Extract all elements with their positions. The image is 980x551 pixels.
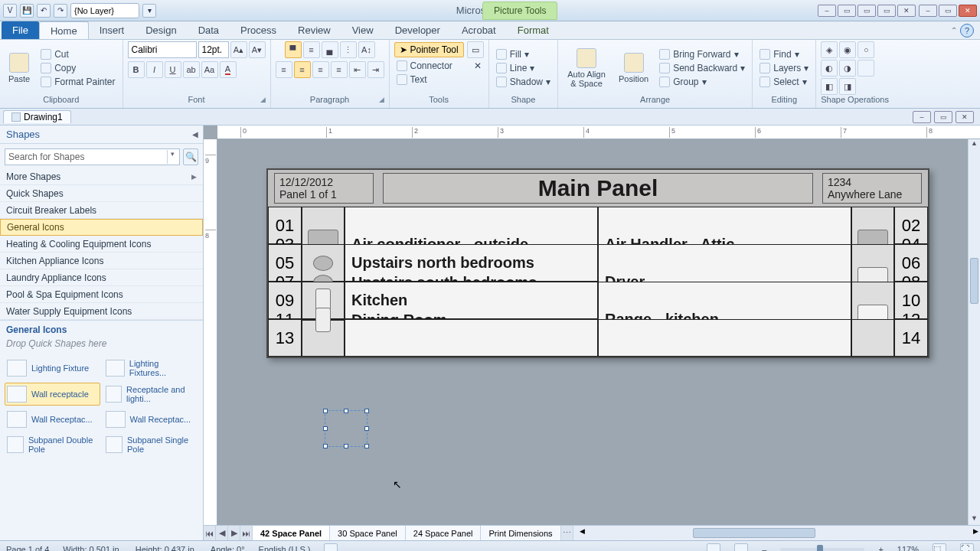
mdi-close-button[interactable]: ✕ (897, 5, 916, 17)
tab-process[interactable]: Process (230, 21, 287, 39)
stencil-laundry[interactable]: Laundry Appliance Icons (0, 269, 203, 286)
page-tab-42[interactable]: 42 Space Panel (253, 526, 330, 540)
op-3-button[interactable]: ○ (858, 41, 874, 58)
page-width-button[interactable] (734, 543, 748, 552)
bold-button[interactable]: B (128, 61, 145, 78)
tab-insert[interactable]: Insert (89, 21, 136, 39)
panel-title[interactable]: Main Panel (383, 173, 813, 204)
tab-acrobat[interactable]: Acrobat (451, 21, 507, 39)
text-direction-button[interactable]: A↕ (358, 41, 375, 58)
slot-13-label[interactable] (345, 319, 598, 357)
font-size-combo[interactable]: 12pt. (198, 41, 229, 58)
text-tool-button[interactable]: Text (394, 73, 484, 86)
layer-selector[interactable]: {No Layer} (70, 3, 139, 18)
shadow-button[interactable]: Shadow ▾ (494, 76, 553, 88)
mdi-restore3-button[interactable]: ▭ (877, 5, 896, 17)
stencil-hvac[interactable]: Heating & Cooling Equipment Icons (0, 236, 203, 253)
zoom-out-button[interactable]: – (762, 545, 766, 552)
page-tab-30[interactable]: 30 Space Panel (330, 526, 406, 540)
doc-min-button[interactable]: – (913, 111, 931, 123)
fit-page-button[interactable]: ⬚ (933, 543, 946, 552)
collapse-pane-icon[interactable]: ◀ (192, 130, 198, 139)
shape-wall-receptacle-2[interactable]: Wall Receptac... (5, 409, 100, 430)
align-right-button[interactable]: ≡ (312, 61, 329, 78)
panel-date-box[interactable]: 12/12/2012Panel 1 of 1 (274, 173, 374, 204)
underline-button[interactable]: U (165, 61, 181, 78)
mdi-restore-button[interactable]: ▭ (838, 5, 856, 17)
scroll-down-icon[interactable]: ▼ (969, 514, 980, 525)
font-name-combo[interactable]: Calibri (128, 41, 197, 58)
slot-14-icon[interactable] (851, 319, 894, 357)
shape-wall-receptacle-3[interactable]: Wall Receptac... (103, 409, 199, 430)
page-insert-button[interactable]: ⋯ (561, 526, 573, 540)
select-button[interactable]: Select ▾ (757, 76, 811, 88)
stencil-more-shapes[interactable]: More Shapes▶ (0, 168, 203, 185)
line-button[interactable]: Line ▾ (494, 62, 553, 74)
layers-button[interactable]: Layers ▾ (757, 62, 811, 74)
cut-button[interactable]: Cut (38, 48, 117, 60)
search-dropdown-icon[interactable]: ▾ (167, 150, 178, 164)
op-6-button[interactable] (858, 60, 874, 77)
position-button[interactable]: Position (615, 51, 652, 86)
scroll-up-icon[interactable]: ▲ (969, 139, 980, 150)
stencil-quick-shapes[interactable]: Quick Shapes (0, 185, 203, 202)
tab-review[interactable]: Review (287, 21, 341, 39)
mdi-restore2-button[interactable]: ▭ (858, 5, 876, 17)
op-5-button[interactable]: ◑ (839, 60, 856, 77)
paste-button[interactable]: Paste (5, 51, 34, 86)
tab-developer[interactable]: Developer (384, 21, 451, 39)
page-first-button[interactable]: ⏮ (204, 526, 216, 540)
page-tab-24[interactable]: 24 Space Panel (406, 526, 482, 540)
page-tab-print[interactable]: Print Dimensions (481, 526, 560, 540)
op-1-button[interactable]: ◈ (821, 41, 838, 58)
tab-data[interactable]: Data (188, 21, 230, 39)
copy-button[interactable]: Copy (38, 62, 117, 74)
horizontal-scrollbar[interactable]: ◀ ▶ (578, 526, 980, 540)
page-next-button[interactable]: ▶ (228, 526, 240, 540)
minimize-ribbon-icon[interactable]: ⌃ (951, 26, 957, 34)
page-last-button[interactable]: ⏭ (240, 526, 253, 540)
shape-subpanel-double[interactable]: Subpanel Double Pole (5, 433, 100, 456)
full-screen-button[interactable]: ⛶ (960, 543, 974, 552)
connector-tool-button[interactable]: Connector✕ (394, 60, 484, 72)
align-center-button[interactable]: ≡ (294, 61, 311, 78)
tab-view[interactable]: View (341, 21, 384, 39)
tab-file[interactable]: File (2, 21, 39, 39)
stencil-kitchen[interactable]: Kitchen Appliance Icons (0, 253, 203, 269)
case-button[interactable]: Aa (201, 61, 218, 78)
fill-button[interactable]: Fill ▾ (494, 48, 553, 60)
align-left-button[interactable]: ≡ (276, 61, 292, 78)
save-icon[interactable]: 💾 (20, 4, 34, 18)
increase-indent-button[interactable]: ⇥ (368, 61, 384, 78)
find-button[interactable]: Find ▾ (757, 48, 811, 60)
mdi-min-button[interactable]: – (818, 5, 836, 17)
slot-13[interactable]: 13 (268, 319, 302, 357)
visio-icon[interactable]: V (3, 4, 17, 18)
redo-icon[interactable]: ↷ (54, 4, 67, 18)
op-4-button[interactable]: ◐ (821, 60, 838, 77)
send-backward-button[interactable]: Send Backward ▾ (657, 62, 747, 74)
shape-wall-receptacle[interactable]: Wall receptacle (5, 383, 100, 406)
drawing-surface[interactable]: 12/12/2012Panel 1 of 1 Main Panel 1234An… (217, 139, 968, 525)
stencil-circuit-breaker[interactable]: Circuit Breaker Labels (0, 202, 203, 219)
status-language[interactable]: English (U.S.) (259, 545, 311, 552)
tab-home[interactable]: Home (39, 21, 89, 39)
qat-dropdown-icon[interactable]: ▾ (142, 4, 156, 18)
h-scroll-thumb[interactable] (693, 528, 815, 538)
align-top-button[interactable]: ▀ (285, 41, 302, 58)
pointer-tool-button[interactable]: ➤Pointer Tool (394, 42, 464, 57)
doc-max-button[interactable]: ▭ (934, 111, 952, 123)
decrease-indent-button[interactable]: ⇤ (349, 61, 366, 78)
align-middle-button[interactable]: ≡ (303, 41, 320, 58)
slot-11-icon[interactable] (302, 319, 345, 321)
zoom-knob[interactable] (817, 545, 823, 552)
maximize-button[interactable]: ▭ (939, 5, 957, 17)
group-button[interactable]: Group ▾ (657, 76, 747, 88)
rectangle-tool-button[interactable]: ▭ (467, 41, 484, 58)
shape-receptacle-lighting[interactable]: Receptacle and lighti... (103, 383, 199, 406)
presentation-mode-button[interactable] (707, 543, 720, 552)
zoom-in-button[interactable]: + (878, 545, 883, 552)
scroll-thumb[interactable] (970, 258, 978, 304)
slot-14-label[interactable] (598, 319, 851, 357)
slot-14[interactable]: 14 (894, 319, 928, 357)
